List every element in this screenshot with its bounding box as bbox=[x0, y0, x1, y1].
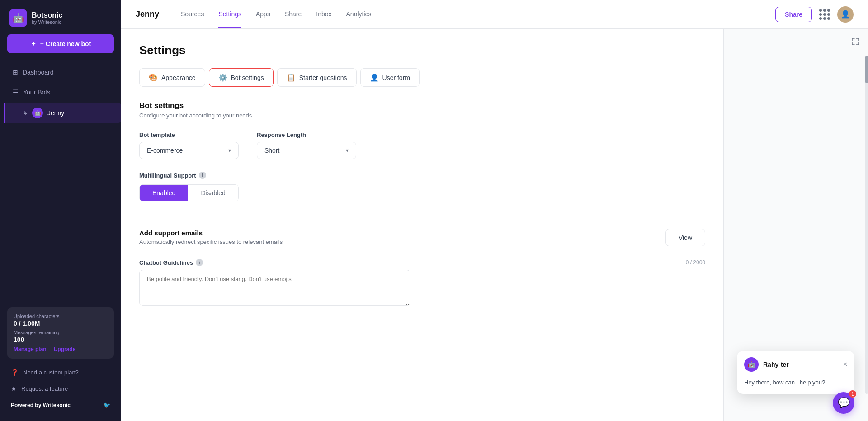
settings-tabs: 🎨 Appearance ⚙️ Bot settings 📋 Starter q… bbox=[139, 68, 705, 87]
tab-sources[interactable]: Sources bbox=[181, 1, 204, 28]
dashboard-icon: ⊞ bbox=[13, 69, 18, 76]
brand-sub: by Writesonic bbox=[32, 19, 62, 25]
nav-tabs: Sources Settings Apps Share Inbox Analyt… bbox=[181, 1, 775, 28]
chat-close-button[interactable]: × bbox=[843, 361, 847, 368]
support-emails-title: Add support emails bbox=[139, 229, 283, 237]
manage-plan-link[interactable]: Manage plan bbox=[14, 346, 47, 352]
chat-launcher-icon: 💬 bbox=[838, 397, 850, 409]
response-length-label: Response Length bbox=[257, 131, 356, 138]
sidebar: 🤖 Botsonic by Writesonic ＋ + Create new … bbox=[0, 0, 121, 421]
brand-name: Botsonic bbox=[32, 11, 62, 19]
guidelines-info-icon[interactable]: i bbox=[196, 259, 203, 266]
powered-by: Powered by Writesonic 🐦 bbox=[7, 397, 114, 414]
guidelines-count: 0 / 2000 bbox=[686, 259, 705, 266]
view-emails-button[interactable]: View bbox=[665, 229, 705, 246]
bot-template-label: Bot template bbox=[139, 131, 239, 138]
apps-grid-icon[interactable] bbox=[819, 9, 830, 20]
sidebar-item-your-bots[interactable]: ☰ Your Bots bbox=[4, 83, 118, 101]
multilingual-section: Multilingual Support i Enabled Disabled bbox=[139, 172, 705, 201]
page-title: Settings bbox=[139, 43, 705, 57]
custom-plan-link[interactable]: ❓ Need a custom plan? bbox=[7, 364, 114, 380]
settings-tab-starter-questions[interactable]: 📋 Starter questions bbox=[277, 68, 357, 87]
multilingual-toggle: Enabled Disabled bbox=[139, 184, 239, 201]
settings-main: Settings 🎨 Appearance ⚙️ Bot settings 📋 … bbox=[121, 29, 723, 421]
messages-value: 100 bbox=[14, 336, 108, 343]
tab-analytics[interactable]: Analytics bbox=[346, 1, 372, 28]
starter-questions-icon: 📋 bbox=[287, 73, 296, 82]
scrollbar-thumb bbox=[865, 56, 868, 83]
share-button[interactable]: Share bbox=[775, 7, 812, 22]
chat-bot-name: Rahy-ter bbox=[763, 361, 839, 368]
appearance-icon: 🎨 bbox=[149, 73, 158, 82]
chat-widget: 🤖 Rahy-ter × Hey there, how can I help y… bbox=[737, 351, 854, 394]
settings-tab-bot-settings[interactable]: ⚙️ Bot settings bbox=[209, 68, 274, 87]
page-content: Settings 🎨 Appearance ⚙️ Bot settings 📋 … bbox=[121, 29, 868, 421]
preview-scrollbar[interactable] bbox=[865, 56, 868, 394]
support-emails-description: Automatically redirect specific issues t… bbox=[139, 239, 283, 245]
plus-icon: ＋ bbox=[30, 40, 37, 48]
chat-bot-avatar: 🤖 bbox=[744, 357, 759, 372]
chat-notification-badge: 1 bbox=[849, 390, 856, 398]
bots-icon: ☰ bbox=[13, 89, 19, 96]
multilingual-enabled-button[interactable]: Enabled bbox=[140, 185, 188, 201]
top-navigation: Jenny Sources Settings Apps Share Inbox … bbox=[121, 0, 868, 29]
messages-label: Messages remaining bbox=[14, 330, 108, 335]
bot-template-group: Bot template E-commerce ▾ bbox=[139, 131, 239, 159]
tab-inbox[interactable]: Inbox bbox=[316, 1, 331, 28]
twitter-icon[interactable]: 🐦 bbox=[104, 402, 110, 408]
guidelines-textarea[interactable] bbox=[139, 270, 410, 306]
bot-settings-icon: ⚙️ bbox=[218, 73, 227, 82]
multilingual-label-text: Multilingual Support bbox=[139, 172, 196, 179]
question-icon: ❓ bbox=[11, 369, 19, 376]
response-length-group: Response Length Short ▾ bbox=[257, 131, 356, 159]
usage-box: Uploaded characters 0 / 1.00M Messages r… bbox=[7, 307, 114, 359]
section-title: Bot settings bbox=[139, 101, 705, 110]
form-row-template-length: Bot template E-commerce ▾ Response Lengt… bbox=[139, 131, 705, 159]
settings-tab-user-form[interactable]: 👤 User form bbox=[360, 68, 420, 87]
chevron-down-icon-2: ▾ bbox=[346, 147, 349, 154]
multilingual-disabled-button[interactable]: Disabled bbox=[188, 185, 238, 201]
chat-launcher-button[interactable]: 💬 1 bbox=[833, 392, 854, 414]
guidelines-label-text: Chatbot Guidelines bbox=[139, 259, 193, 266]
preview-panel: 🤖 Rahy-ter × Hey there, how can I help y… bbox=[723, 29, 868, 421]
settings-tab-appearance[interactable]: 🎨 Appearance bbox=[139, 68, 205, 87]
tab-share[interactable]: Share bbox=[285, 1, 302, 28]
section-description: Configure your bot according to your nee… bbox=[139, 112, 705, 119]
sidebar-item-dashboard[interactable]: ⊞ Dashboard bbox=[4, 63, 118, 81]
uploaded-label: Uploaded characters bbox=[14, 313, 108, 319]
chat-message: Hey there, how can I help you? bbox=[737, 378, 854, 394]
star-icon: ★ bbox=[11, 385, 17, 392]
sidebar-item-jenny[interactable]: ↳ 🤖 Jenny bbox=[4, 103, 121, 123]
expand-icon[interactable] bbox=[848, 34, 863, 49]
response-length-select[interactable]: Short ▾ bbox=[257, 142, 356, 159]
user-avatar[interactable]: 👤 bbox=[837, 6, 854, 23]
main-content: Jenny Sources Settings Apps Share Inbox … bbox=[121, 0, 868, 421]
tab-apps[interactable]: Apps bbox=[256, 1, 270, 28]
tab-settings[interactable]: Settings bbox=[218, 1, 241, 28]
upgrade-link[interactable]: Upgrade bbox=[54, 346, 76, 352]
user-form-icon: 👤 bbox=[370, 73, 379, 82]
divider-1 bbox=[139, 216, 705, 216]
sub-arrow-icon: ↳ bbox=[23, 110, 28, 116]
uploaded-value: 0 / 1.00M bbox=[14, 320, 108, 327]
multilingual-info-icon[interactable]: i bbox=[199, 172, 206, 179]
chevron-down-icon: ▾ bbox=[228, 147, 231, 154]
sidebar-footer: Uploaded characters 0 / 1.00M Messages r… bbox=[0, 300, 121, 421]
create-new-bot-button[interactable]: ＋ + Create new bot bbox=[7, 34, 114, 53]
brand-icon: 🤖 bbox=[9, 9, 27, 27]
guidelines-section: Chatbot Guidelines i 0 / 2000 bbox=[139, 259, 705, 308]
request-feature-link[interactable]: ★ Request a feature bbox=[7, 380, 114, 397]
jenny-avatar: 🤖 bbox=[32, 108, 43, 118]
brand: 🤖 Botsonic by Writesonic bbox=[0, 0, 121, 34]
bot-template-select[interactable]: E-commerce ▾ bbox=[139, 142, 239, 159]
support-emails-section: Add support emails Automatically redirec… bbox=[139, 229, 705, 246]
page-bot-title: Jenny bbox=[136, 9, 159, 19]
